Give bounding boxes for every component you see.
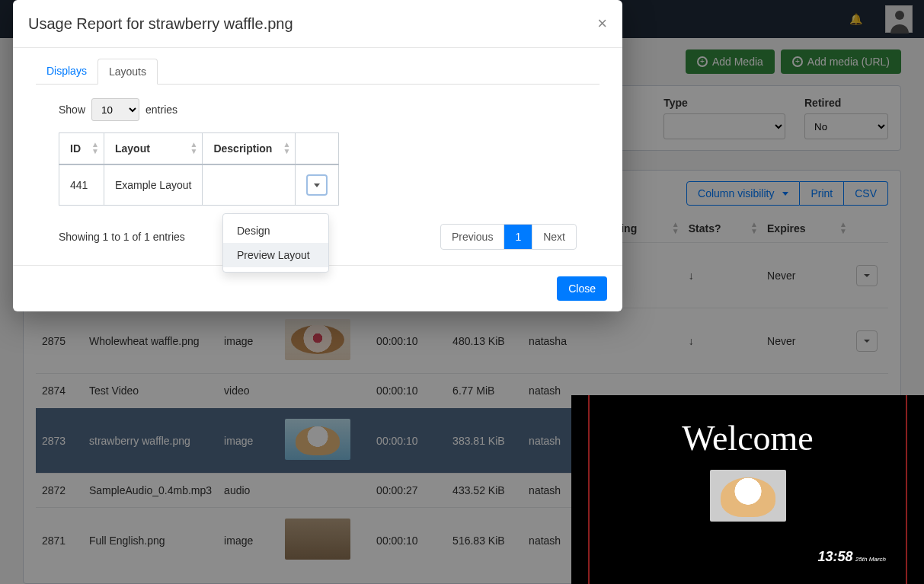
row-action-menu: Design Preview Layout: [222, 213, 329, 273]
menu-item-design[interactable]: Design: [223, 219, 328, 243]
pagination: Previous 1 Next: [440, 224, 577, 250]
col-description[interactable]: Description▲▼: [203, 133, 296, 165]
preview-clock: 13:58 25th March: [817, 549, 886, 565]
show-label: Show: [59, 104, 85, 116]
page-1[interactable]: 1: [504, 225, 532, 249]
page-prev[interactable]: Previous: [441, 225, 504, 249]
layouts-table-row: 441 Example Layout: [59, 164, 339, 206]
preview-image: [710, 470, 786, 522]
col-id[interactable]: ID▲▼: [59, 133, 104, 165]
tab-layouts[interactable]: Layouts: [98, 59, 158, 85]
page-length-select[interactable]: 10: [91, 98, 139, 121]
cell-layout: Example Layout: [104, 164, 203, 206]
table-info: Showing 1 to 1 of 1 entries: [59, 231, 185, 243]
preview-welcome-text: Welcome: [571, 418, 924, 458]
layouts-table: ID▲▼ Layout▲▼ Description▲▼ 441 Example …: [59, 132, 339, 206]
tab-displays[interactable]: Displays: [36, 59, 98, 84]
row-action-button[interactable]: [306, 174, 328, 196]
modal-tabs: Displays Layouts: [36, 59, 599, 85]
cell-description: [203, 164, 296, 206]
close-button[interactable]: Close: [557, 276, 607, 301]
usage-report-modal: Usage Report for strawberry waffle.png ×…: [13, 0, 622, 311]
page-length-control: Show 10 entries: [59, 98, 599, 121]
cell-id: 441: [59, 164, 104, 206]
preview-accent-left: [588, 395, 590, 584]
menu-item-preview-layout[interactable]: Preview Layout: [223, 243, 328, 267]
close-icon[interactable]: ×: [597, 14, 607, 34]
modal-header: Usage Report for strawberry waffle.png ×: [13, 0, 622, 48]
modal-title: Usage Report for strawberry waffle.png: [28, 15, 293, 33]
caret-down-icon: [314, 183, 320, 187]
page-next[interactable]: Next: [532, 225, 576, 249]
col-layout[interactable]: Layout▲▼: [104, 133, 203, 165]
entries-label: entries: [145, 104, 177, 116]
preview-accent-right: [906, 395, 907, 584]
layout-preview: Welcome 13:58 25th March: [571, 395, 924, 584]
